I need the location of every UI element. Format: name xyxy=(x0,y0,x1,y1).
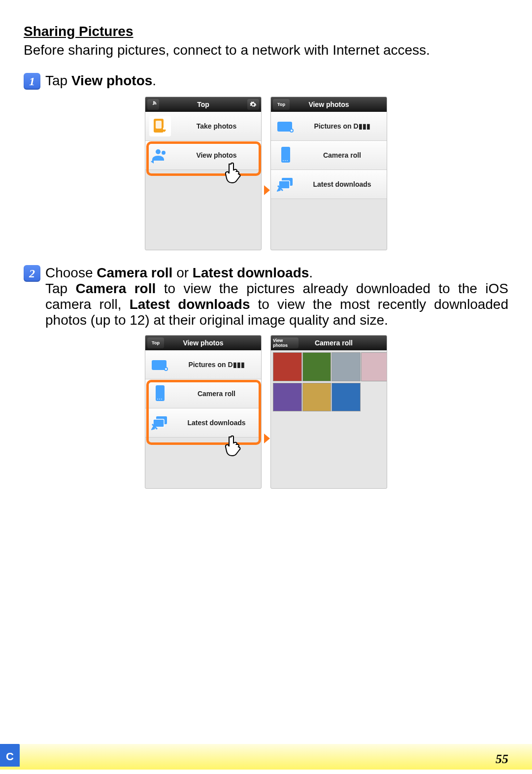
back-button[interactable]: View photos xyxy=(273,337,299,348)
svg-point-11 xyxy=(287,160,288,161)
menu-item-latest-downloads[interactable]: Latest downloads xyxy=(271,170,387,199)
step-1-screenshots: Top Take photos xyxy=(24,97,508,250)
photo-thumbnail[interactable] xyxy=(302,383,332,412)
step-1: 1 Tap View photos. Top xyxy=(24,73,508,250)
menu-label: Latest downloads xyxy=(176,419,257,427)
screenshot-view-photos-2: Top View photos Pictures on D▮▮▮ xyxy=(145,335,262,489)
arrow-right-icon xyxy=(264,434,270,443)
take-photos-icon xyxy=(149,116,171,136)
menu-item-pictures-on[interactable]: Pictures on D▮▮▮ xyxy=(271,112,387,141)
menu-label: View photos xyxy=(176,151,257,159)
camera-roll-icon xyxy=(149,383,171,404)
menu-item-pictures-on[interactable]: Pictures on D▮▮▮ xyxy=(145,350,261,379)
svg-point-20 xyxy=(159,399,160,400)
page-number: 55 xyxy=(496,752,508,767)
menu-item-latest-downloads[interactable]: Latest downloads xyxy=(145,408,261,437)
header-title: View photos xyxy=(183,339,223,347)
screenshot-top-menu: Top Take photos xyxy=(145,97,262,250)
menu-label: Pictures on D▮▮▮ xyxy=(301,122,383,130)
header-title: View photos xyxy=(308,101,349,108)
app-header: Top View photos xyxy=(271,97,387,112)
pictures-on-icon xyxy=(275,116,297,136)
back-button[interactable]: Top xyxy=(147,337,164,348)
svg-rect-2 xyxy=(156,121,162,129)
screenshot-camera-roll: View photos Camera roll xyxy=(270,335,387,489)
svg-rect-18 xyxy=(157,387,163,397)
photo-thumbnail[interactable] xyxy=(361,352,388,381)
section-tab: C xyxy=(0,744,20,767)
step-badge-2: 2 xyxy=(24,265,40,282)
svg-rect-5 xyxy=(279,124,290,130)
svg-rect-8 xyxy=(283,149,289,159)
menu-label: Take photos xyxy=(176,122,257,130)
photo-thumbnail[interactable] xyxy=(302,352,332,381)
gear-icon[interactable] xyxy=(247,99,259,110)
svg-point-0 xyxy=(153,104,154,105)
step-2: 2 Choose Camera roll or Latest downloads… xyxy=(24,265,508,489)
app-header: Top View photos xyxy=(145,336,261,350)
header-title: Top xyxy=(197,101,209,108)
back-button[interactable]: Top xyxy=(273,99,290,110)
section-title: Sharing Pictures xyxy=(24,24,508,39)
photo-thumbnail[interactable] xyxy=(332,383,361,412)
photo-thumbnail[interactable] xyxy=(273,352,302,381)
tap-hand-icon xyxy=(224,434,244,457)
menu-item-camera-roll[interactable]: Camera roll xyxy=(145,379,261,408)
screenshot-view-photos: Top View photos Pictures on D▮▮▮ xyxy=(270,97,387,250)
photo-thumbnail[interactable] xyxy=(332,352,361,381)
menu-item-camera-roll[interactable]: Camera roll xyxy=(271,141,387,170)
arrow-right-icon xyxy=(264,185,270,195)
menu-label: Camera roll xyxy=(176,390,257,398)
svg-point-6 xyxy=(290,129,293,132)
menu-label: Camera roll xyxy=(301,151,383,159)
latest-downloads-icon xyxy=(275,174,297,195)
svg-point-9 xyxy=(283,160,284,161)
app-header: View photos Camera roll xyxy=(271,336,387,350)
svg-point-10 xyxy=(285,160,286,161)
svg-point-19 xyxy=(157,399,158,400)
step-2-body: Tap Camera roll to view the pictures alr… xyxy=(45,281,508,328)
app-header: Top xyxy=(145,97,261,112)
signal-icon[interactable] xyxy=(147,99,159,110)
svg-point-3 xyxy=(163,128,165,130)
menu-item-take-photos[interactable]: Take photos xyxy=(145,112,261,141)
header-title: Camera roll xyxy=(315,339,353,347)
step-badge-1: 1 xyxy=(24,73,40,90)
intro-text: Before sharing pictures, connect to a ne… xyxy=(24,41,508,59)
page-footer: C 55 xyxy=(0,744,532,770)
pictures-on-icon xyxy=(149,354,171,375)
step-2-title: Choose Camera roll or Latest downloads. xyxy=(45,265,508,281)
svg-rect-15 xyxy=(154,362,165,368)
svg-point-21 xyxy=(161,399,162,400)
menu-label: Pictures on D▮▮▮ xyxy=(176,361,257,369)
latest-downloads-icon xyxy=(149,412,171,433)
photo-thumbnail[interactable] xyxy=(273,383,302,412)
camera-roll-icon xyxy=(275,145,297,166)
step-2-screenshots: Top View photos Pictures on D▮▮▮ xyxy=(24,335,508,489)
tap-hand-icon xyxy=(224,161,244,184)
step-1-title: Tap View photos. xyxy=(45,73,156,89)
svg-point-16 xyxy=(165,368,167,370)
view-photos-icon xyxy=(149,145,171,166)
thumbnail-grid xyxy=(271,350,387,411)
menu-label: Latest downloads xyxy=(301,180,383,188)
